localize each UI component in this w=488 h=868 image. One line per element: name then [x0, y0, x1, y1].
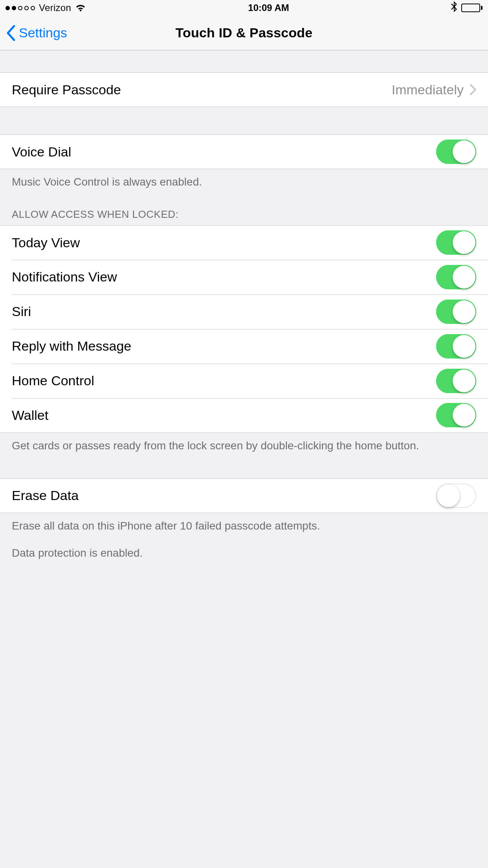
- battery-icon: [461, 4, 482, 12]
- page-title: Touch ID & Passcode: [0, 25, 488, 40]
- notifications-view-cell: Notifications View: [0, 260, 488, 294]
- reply-with-message-cell: Reply with Message: [0, 329, 488, 364]
- home-control-label: Home Control: [12, 373, 436, 388]
- require-passcode-value: Immediately: [392, 82, 464, 97]
- siri-cell: Siri: [0, 294, 488, 329]
- status-time: 10:09 AM: [248, 2, 289, 13]
- erase-data-footer-2: Data protection is enabled.: [0, 538, 488, 565]
- home-control-cell: Home Control: [0, 364, 488, 398]
- siri-toggle[interactable]: [436, 300, 476, 324]
- status-right: [451, 1, 482, 15]
- erase-data-label: Erase Data: [12, 488, 436, 503]
- navigation-bar: Settings Touch ID & Passcode: [0, 16, 488, 50]
- allow-access-header: ALLOW ACCESS WHEN LOCKED:: [0, 194, 488, 225]
- chevron-right-icon: [470, 84, 476, 95]
- require-passcode-label: Require Passcode: [12, 82, 392, 97]
- settings-list: Require Passcode Immediately Voice Dial …: [0, 50, 488, 565]
- voice-dial-toggle[interactable]: [436, 140, 476, 164]
- erase-data-toggle[interactable]: [436, 484, 476, 508]
- voice-dial-footer: Music Voice Control is always enabled.: [0, 169, 488, 194]
- signal-strength-icon: [6, 6, 35, 10]
- today-view-cell: Today View: [0, 225, 488, 260]
- wifi-icon: [75, 4, 86, 12]
- reply-with-message-toggle[interactable]: [436, 334, 476, 359]
- carrier-label: Verizon: [39, 2, 71, 13]
- notifications-view-label: Notifications View: [12, 269, 436, 285]
- erase-data-footer-1: Erase all data on this iPhone after 10 f…: [0, 513, 488, 538]
- back-label: Settings: [19, 25, 67, 40]
- reply-with-message-label: Reply with Message: [12, 338, 436, 354]
- back-button[interactable]: Settings: [0, 25, 67, 41]
- require-passcode-cell[interactable]: Require Passcode Immediately: [0, 72, 488, 107]
- notifications-view-toggle[interactable]: [436, 265, 476, 289]
- erase-data-cell: Erase Data: [0, 478, 488, 513]
- wallet-cell: Wallet: [0, 398, 488, 433]
- chevron-left-icon: [6, 25, 16, 41]
- status-bar: Verizon 10:09 AM: [0, 0, 488, 16]
- today-view-toggle[interactable]: [436, 230, 476, 255]
- voice-dial-label: Voice Dial: [12, 144, 436, 160]
- allow-access-footer: Get cards or passes ready from the lock …: [0, 433, 488, 458]
- wallet-toggle[interactable]: [436, 403, 476, 427]
- home-control-toggle[interactable]: [436, 369, 476, 393]
- wallet-label: Wallet: [12, 408, 436, 423]
- today-view-label: Today View: [12, 235, 436, 250]
- status-left: Verizon: [6, 2, 86, 13]
- voice-dial-cell: Voice Dial: [0, 134, 488, 169]
- bluetooth-icon: [451, 1, 457, 15]
- siri-label: Siri: [12, 304, 436, 319]
